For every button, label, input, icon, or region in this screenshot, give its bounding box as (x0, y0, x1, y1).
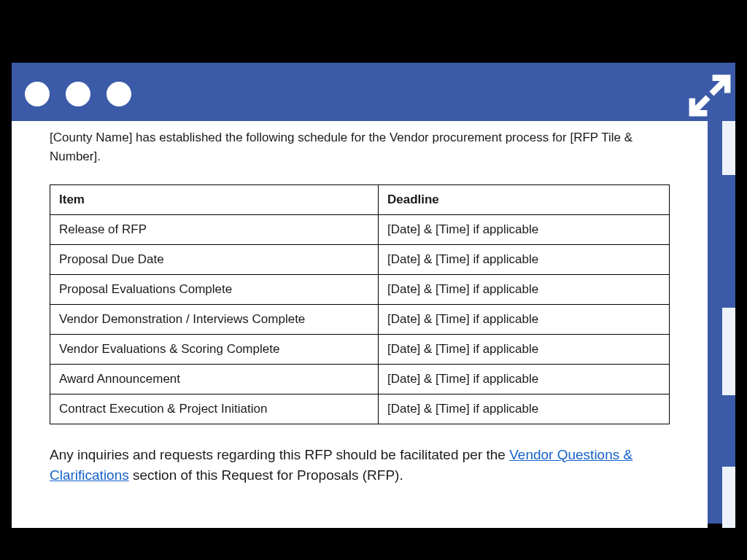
window-control-dot[interactable] (25, 82, 50, 106)
cell-item: Award Announcement (50, 364, 379, 394)
expand-icon (689, 74, 731, 117)
cell-deadline: [Date] & [Time] if applicable (378, 364, 669, 394)
schedule-table: Item Deadline Release of RFP [Date] & [T… (50, 184, 670, 424)
stage: [County Name] has established the follow… (12, 6, 735, 531)
table-row: Release of RFP [Date] & [Time] if applic… (50, 214, 670, 244)
cell-deadline: [Date] & [Time] if applicable (378, 394, 669, 424)
window-titlebar (12, 67, 735, 121)
table-row: Award Announcement [Date] & [Time] if ap… (50, 364, 670, 394)
outro-text-post: section of this Request for Proposals (R… (129, 467, 403, 483)
table-row: Vendor Demonstration / Interviews Comple… (50, 304, 670, 334)
cell-deadline: [Date] & [Time] if applicable (378, 214, 669, 244)
table-row: Proposal Evaluations Complete [Date] & [… (50, 274, 670, 304)
table-row: Contract Execution & Project Initiation … (50, 394, 670, 424)
cell-item: Contract Execution & Project Initiation (50, 394, 379, 424)
cell-item: Proposal Evaluations Complete (50, 274, 379, 304)
outro-text-pre: Any inquiries and requests regarding thi… (50, 447, 509, 462)
document-page: [County Name] has established the follow… (12, 121, 708, 528)
outro-paragraph: Any inquiries and requests regarding thi… (50, 445, 670, 486)
cell-item: Vendor Evaluations & Scoring Complete (50, 334, 379, 364)
col-header-item: Item (50, 184, 379, 214)
window-controls (25, 82, 131, 106)
table-row: Vendor Evaluations & Scoring Complete [D… (50, 334, 670, 364)
cell-deadline: [Date] & [Time] if applicable (378, 244, 669, 274)
cell-deadline: [Date] & [Time] if applicable (378, 334, 669, 364)
table-row: Proposal Due Date [Date] & [Time] if app… (50, 244, 670, 274)
cell-item: Release of RFP (50, 214, 379, 244)
col-header-deadline: Deadline (378, 184, 669, 214)
table-header-row: Item Deadline (50, 184, 670, 214)
window-control-dot[interactable] (107, 82, 131, 106)
cell-item: Proposal Due Date (50, 244, 379, 274)
client-area: [County Name] has established the follow… (12, 121, 735, 524)
cell-deadline: [Date] & [Time] if applicable (378, 274, 669, 304)
scrollbar-track[interactable] (722, 467, 735, 528)
window-control-dot[interactable] (66, 82, 90, 106)
browser-window: [County Name] has established the follow… (12, 63, 735, 524)
expand-button[interactable] (689, 74, 731, 117)
cell-deadline: [Date] & [Time] if applicable (378, 304, 669, 334)
scrollbar-track[interactable] (722, 308, 735, 395)
scrollbar-track[interactable] (722, 121, 735, 175)
cell-item: Vendor Demonstration / Interviews Comple… (50, 304, 379, 334)
intro-paragraph: [County Name] has established the follow… (50, 128, 670, 167)
